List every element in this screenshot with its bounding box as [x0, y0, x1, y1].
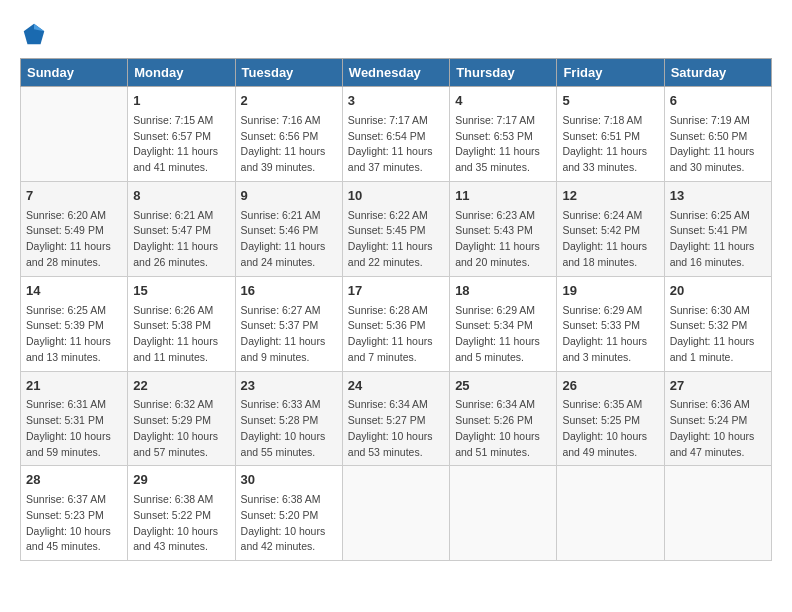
calendar-cell: [450, 466, 557, 561]
calendar-cell: 30Sunrise: 6:38 AMSunset: 5:20 PMDayligh…: [235, 466, 342, 561]
day-info: Sunrise: 6:30 AMSunset: 5:32 PMDaylight:…: [670, 303, 766, 366]
logo: [20, 20, 52, 48]
day-number: 24: [348, 377, 444, 396]
calendar-cell: 9Sunrise: 6:21 AMSunset: 5:46 PMDaylight…: [235, 181, 342, 276]
day-number: 15: [133, 282, 229, 301]
calendar-cell: 4Sunrise: 7:17 AMSunset: 6:53 PMDaylight…: [450, 87, 557, 182]
calendar-cell: 25Sunrise: 6:34 AMSunset: 5:26 PMDayligh…: [450, 371, 557, 466]
day-info: Sunrise: 6:31 AMSunset: 5:31 PMDaylight:…: [26, 397, 122, 460]
day-number: 2: [241, 92, 337, 111]
calendar-cell: 8Sunrise: 6:21 AMSunset: 5:47 PMDaylight…: [128, 181, 235, 276]
calendar-cell: 18Sunrise: 6:29 AMSunset: 5:34 PMDayligh…: [450, 276, 557, 371]
day-info: Sunrise: 6:33 AMSunset: 5:28 PMDaylight:…: [241, 397, 337, 460]
day-number: 23: [241, 377, 337, 396]
day-info: Sunrise: 6:32 AMSunset: 5:29 PMDaylight:…: [133, 397, 229, 460]
day-number: 7: [26, 187, 122, 206]
day-number: 22: [133, 377, 229, 396]
day-info: Sunrise: 6:25 AMSunset: 5:41 PMDaylight:…: [670, 208, 766, 271]
calendar-cell: 15Sunrise: 6:26 AMSunset: 5:38 PMDayligh…: [128, 276, 235, 371]
day-info: Sunrise: 6:22 AMSunset: 5:45 PMDaylight:…: [348, 208, 444, 271]
calendar-cell: 29Sunrise: 6:38 AMSunset: 5:22 PMDayligh…: [128, 466, 235, 561]
day-number: 27: [670, 377, 766, 396]
day-number: 14: [26, 282, 122, 301]
week-row-2: 7Sunrise: 6:20 AMSunset: 5:49 PMDaylight…: [21, 181, 772, 276]
day-number: 1: [133, 92, 229, 111]
day-number: 21: [26, 377, 122, 396]
header-sunday: Sunday: [21, 59, 128, 87]
calendar-cell: 27Sunrise: 6:36 AMSunset: 5:24 PMDayligh…: [664, 371, 771, 466]
day-info: Sunrise: 6:23 AMSunset: 5:43 PMDaylight:…: [455, 208, 551, 271]
day-info: Sunrise: 6:26 AMSunset: 5:38 PMDaylight:…: [133, 303, 229, 366]
day-info: Sunrise: 6:25 AMSunset: 5:39 PMDaylight:…: [26, 303, 122, 366]
calendar-cell: 28Sunrise: 6:37 AMSunset: 5:23 PMDayligh…: [21, 466, 128, 561]
calendar-cell: 20Sunrise: 6:30 AMSunset: 5:32 PMDayligh…: [664, 276, 771, 371]
calendar-cell: [664, 466, 771, 561]
day-number: 20: [670, 282, 766, 301]
day-number: 26: [562, 377, 658, 396]
day-info: Sunrise: 6:27 AMSunset: 5:37 PMDaylight:…: [241, 303, 337, 366]
week-row-1: 1Sunrise: 7:15 AMSunset: 6:57 PMDaylight…: [21, 87, 772, 182]
header-thursday: Thursday: [450, 59, 557, 87]
week-row-5: 28Sunrise: 6:37 AMSunset: 5:23 PMDayligh…: [21, 466, 772, 561]
page-header: [20, 20, 772, 48]
day-info: Sunrise: 6:28 AMSunset: 5:36 PMDaylight:…: [348, 303, 444, 366]
header-saturday: Saturday: [664, 59, 771, 87]
calendar-cell: 11Sunrise: 6:23 AMSunset: 5:43 PMDayligh…: [450, 181, 557, 276]
calendar-cell: 23Sunrise: 6:33 AMSunset: 5:28 PMDayligh…: [235, 371, 342, 466]
calendar-cell: 22Sunrise: 6:32 AMSunset: 5:29 PMDayligh…: [128, 371, 235, 466]
day-info: Sunrise: 6:29 AMSunset: 5:34 PMDaylight:…: [455, 303, 551, 366]
day-info: Sunrise: 6:34 AMSunset: 5:26 PMDaylight:…: [455, 397, 551, 460]
header-friday: Friday: [557, 59, 664, 87]
day-number: 4: [455, 92, 551, 111]
day-number: 29: [133, 471, 229, 490]
day-info: Sunrise: 7:15 AMSunset: 6:57 PMDaylight:…: [133, 113, 229, 176]
day-info: Sunrise: 6:21 AMSunset: 5:46 PMDaylight:…: [241, 208, 337, 271]
calendar-cell: 14Sunrise: 6:25 AMSunset: 5:39 PMDayligh…: [21, 276, 128, 371]
calendar-cell: [557, 466, 664, 561]
calendar-cell: 16Sunrise: 6:27 AMSunset: 5:37 PMDayligh…: [235, 276, 342, 371]
day-info: Sunrise: 6:21 AMSunset: 5:47 PMDaylight:…: [133, 208, 229, 271]
calendar-cell: 7Sunrise: 6:20 AMSunset: 5:49 PMDaylight…: [21, 181, 128, 276]
day-number: 3: [348, 92, 444, 111]
calendar-header-row: SundayMondayTuesdayWednesdayThursdayFrid…: [21, 59, 772, 87]
day-info: Sunrise: 6:38 AMSunset: 5:20 PMDaylight:…: [241, 492, 337, 555]
calendar-table: SundayMondayTuesdayWednesdayThursdayFrid…: [20, 58, 772, 561]
day-info: Sunrise: 6:29 AMSunset: 5:33 PMDaylight:…: [562, 303, 658, 366]
day-info: Sunrise: 7:18 AMSunset: 6:51 PMDaylight:…: [562, 113, 658, 176]
day-number: 30: [241, 471, 337, 490]
day-number: 18: [455, 282, 551, 301]
calendar-cell: 10Sunrise: 6:22 AMSunset: 5:45 PMDayligh…: [342, 181, 449, 276]
day-info: Sunrise: 6:37 AMSunset: 5:23 PMDaylight:…: [26, 492, 122, 555]
day-number: 6: [670, 92, 766, 111]
day-info: Sunrise: 7:17 AMSunset: 6:53 PMDaylight:…: [455, 113, 551, 176]
calendar-cell: 1Sunrise: 7:15 AMSunset: 6:57 PMDaylight…: [128, 87, 235, 182]
day-info: Sunrise: 7:16 AMSunset: 6:56 PMDaylight:…: [241, 113, 337, 176]
day-number: 11: [455, 187, 551, 206]
calendar-cell: 13Sunrise: 6:25 AMSunset: 5:41 PMDayligh…: [664, 181, 771, 276]
calendar-cell: 2Sunrise: 7:16 AMSunset: 6:56 PMDaylight…: [235, 87, 342, 182]
calendar-cell: 12Sunrise: 6:24 AMSunset: 5:42 PMDayligh…: [557, 181, 664, 276]
calendar-cell: 26Sunrise: 6:35 AMSunset: 5:25 PMDayligh…: [557, 371, 664, 466]
day-info: Sunrise: 6:24 AMSunset: 5:42 PMDaylight:…: [562, 208, 658, 271]
day-number: 8: [133, 187, 229, 206]
day-info: Sunrise: 7:19 AMSunset: 6:50 PMDaylight:…: [670, 113, 766, 176]
day-info: Sunrise: 6:34 AMSunset: 5:27 PMDaylight:…: [348, 397, 444, 460]
calendar-cell: 5Sunrise: 7:18 AMSunset: 6:51 PMDaylight…: [557, 87, 664, 182]
day-info: Sunrise: 6:36 AMSunset: 5:24 PMDaylight:…: [670, 397, 766, 460]
day-number: 28: [26, 471, 122, 490]
calendar-cell: 24Sunrise: 6:34 AMSunset: 5:27 PMDayligh…: [342, 371, 449, 466]
day-info: Sunrise: 6:38 AMSunset: 5:22 PMDaylight:…: [133, 492, 229, 555]
week-row-4: 21Sunrise: 6:31 AMSunset: 5:31 PMDayligh…: [21, 371, 772, 466]
calendar-cell: 21Sunrise: 6:31 AMSunset: 5:31 PMDayligh…: [21, 371, 128, 466]
day-number: 19: [562, 282, 658, 301]
week-row-3: 14Sunrise: 6:25 AMSunset: 5:39 PMDayligh…: [21, 276, 772, 371]
calendar-cell: 19Sunrise: 6:29 AMSunset: 5:33 PMDayligh…: [557, 276, 664, 371]
day-number: 5: [562, 92, 658, 111]
header-wednesday: Wednesday: [342, 59, 449, 87]
logo-icon: [20, 20, 48, 48]
day-number: 25: [455, 377, 551, 396]
header-tuesday: Tuesday: [235, 59, 342, 87]
day-number: 17: [348, 282, 444, 301]
calendar-cell: 3Sunrise: 7:17 AMSunset: 6:54 PMDaylight…: [342, 87, 449, 182]
calendar-cell: 17Sunrise: 6:28 AMSunset: 5:36 PMDayligh…: [342, 276, 449, 371]
